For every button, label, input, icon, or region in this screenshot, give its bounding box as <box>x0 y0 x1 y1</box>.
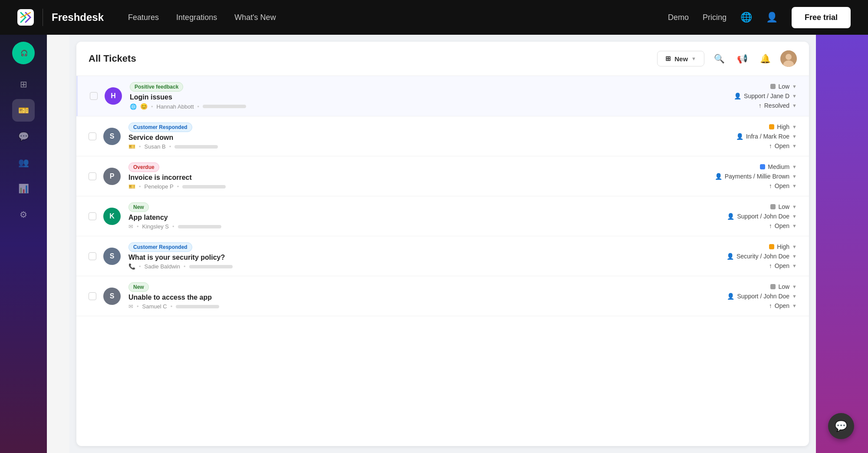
sidebar-grid-icon[interactable]: ⊞ <box>12 73 35 96</box>
ticket-checkbox-0[interactable] <box>90 92 98 100</box>
nav-pricing[interactable]: Pricing <box>703 13 727 22</box>
ticket-priority-2[interactable]: Medium ▼ <box>760 163 797 170</box>
nav-features[interactable]: Features <box>128 13 159 22</box>
search-icon[interactable]: 🔍 <box>711 51 727 66</box>
status-label-4: Open <box>775 262 789 269</box>
ticket-meta-name-3: Kingsley S <box>142 223 169 230</box>
ticket-priority-4[interactable]: High ▼ <box>769 243 797 250</box>
globe-icon[interactable]: 🌐 <box>740 12 752 23</box>
assignee-chevron-4: ▼ <box>792 254 797 259</box>
nav-demo[interactable]: Demo <box>668 13 689 22</box>
ticket-assignee-3[interactable]: 👤 Support / John Doe ▼ <box>727 213 797 220</box>
ticket-meta-4: 📞 • Sadie Baldwin • <box>128 263 684 270</box>
assignee-chevron-5: ▼ <box>792 294 797 299</box>
table-row[interactable]: S Customer Responded Service down 🎫 • Su… <box>76 116 809 156</box>
ticket-title-4[interactable]: What is your security policy? <box>128 254 684 261</box>
new-ticket-label: New <box>674 55 688 63</box>
free-trial-button[interactable]: Free trial <box>792 7 851 28</box>
ticket-tag-row-2: Overdue <box>128 162 684 172</box>
assignee-label-1: Infra / Mark Roe <box>746 133 789 140</box>
ticket-meta-2: 🎫 • Penelope P • <box>128 183 684 190</box>
ticket-title-1[interactable]: Service down <box>128 134 684 142</box>
user-avatar[interactable] <box>780 50 797 67</box>
table-row[interactable]: S New Unable to access the app ✉ • Samue… <box>76 276 809 316</box>
ticket-status-1[interactable]: ↑ Open ▼ <box>769 142 797 149</box>
ticket-right-4: High ▼ 👤 Security / John Doe ▼ ↑ Open ▼ <box>684 243 797 269</box>
ticket-checkbox-4[interactable] <box>89 252 96 260</box>
status-chevron-2: ▼ <box>792 183 797 188</box>
ticket-title-0[interactable]: Login issues <box>130 93 684 101</box>
ticket-main-3: New App latency ✉ • Kingsley S • <box>128 202 684 230</box>
ticket-meta-bar-0 <box>203 105 246 108</box>
content-area: All Tickets ⊞ New ▼ 🔍 📢 🔔 <box>69 35 816 453</box>
status-icon-3: ↑ <box>769 222 772 229</box>
priority-chevron-5: ▼ <box>792 284 797 289</box>
tickets-header: All Tickets ⊞ New ▼ 🔍 📢 🔔 <box>76 42 809 76</box>
ticket-checkbox-2[interactable] <box>89 172 96 180</box>
ticket-assignee-1[interactable]: 👤 Infra / Mark Roe ▼ <box>736 133 797 140</box>
assignee-chevron-3: ▼ <box>792 214 797 219</box>
ticket-meta-1: 🎫 • Susan B • <box>128 143 684 150</box>
svg-point-4 <box>786 54 792 60</box>
new-ticket-button[interactable]: ⊞ New ▼ <box>657 51 704 66</box>
ticket-meta-name-5: Samuel C <box>142 303 167 310</box>
ticket-checkbox-5[interactable] <box>89 292 96 300</box>
ticket-checkbox-1[interactable] <box>89 132 96 140</box>
ticket-assignee-5[interactable]: 👤 Support / John Doe ▼ <box>727 293 797 300</box>
sidebar-settings-icon[interactable]: ⚙ <box>12 203 35 226</box>
tickets-title: All Tickets <box>89 53 136 64</box>
ticket-checkbox-3[interactable] <box>89 212 96 220</box>
ticket-priority-3[interactable]: Low ▼ <box>770 203 797 210</box>
ticket-title-3[interactable]: App latency <box>128 214 684 222</box>
app-avatar[interactable]: 🎧 <box>12 42 35 64</box>
ticket-meta-bar-3 <box>178 225 221 228</box>
ticket-meta-icon-5: ✉ <box>128 303 133 310</box>
ticket-priority-1[interactable]: High ▼ <box>769 123 797 130</box>
ticket-meta-0: 🌐 😊 • Hannah Abbott • <box>130 103 684 110</box>
ticket-priority-5[interactable]: Low ▼ <box>770 283 797 290</box>
sidebar-chat-icon[interactable]: 💬 <box>12 125 35 148</box>
brand-logo[interactable]: Freshdesk <box>17 9 104 26</box>
ticket-main-1: Customer Responded Service down 🎫 • Susa… <box>128 122 684 150</box>
status-icon-0: ↑ <box>759 102 762 109</box>
ticket-title-5[interactable]: Unable to access the app <box>128 294 684 301</box>
ticket-meta-name-4: Sadie Baldwin <box>145 263 180 270</box>
ticket-main-5: New Unable to access the app ✉ • Samuel … <box>128 282 684 310</box>
table-row[interactable]: K New App latency ✉ • Kingsley S • Low ▼ <box>76 196 809 236</box>
nav-integrations[interactable]: Integrations <box>176 13 217 22</box>
sidebar-chart-icon[interactable]: 📊 <box>12 177 35 200</box>
assignee-label-4: Security / John Doe <box>736 253 789 260</box>
megaphone-icon[interactable]: 📢 <box>734 51 750 66</box>
table-row[interactable]: S Customer Responded What is your securi… <box>76 236 809 276</box>
ticket-status-3[interactable]: ↑ Open ▼ <box>769 222 797 229</box>
ticket-right-5: Low ▼ 👤 Support / John Doe ▼ ↑ Open ▼ <box>684 283 797 309</box>
sidebar-ticket-icon[interactable]: 🎫 <box>12 99 35 122</box>
ticket-status-0[interactable]: ↑ Resolved ▼ <box>759 102 797 109</box>
ticket-avatar-3: K <box>103 208 121 225</box>
table-row[interactable]: P Overdue Invoice is incorrect 🎫 • Penel… <box>76 156 809 196</box>
ticket-right-3: Low ▼ 👤 Support / John Doe ▼ ↑ Open ▼ <box>684 203 797 229</box>
priority-dot-3 <box>770 204 776 209</box>
tickets-panel: All Tickets ⊞ New ▼ 🔍 📢 🔔 <box>76 42 809 446</box>
ticket-assignee-4[interactable]: 👤 Security / John Doe ▼ <box>727 253 797 260</box>
chat-bubble-button[interactable]: 💬 <box>828 413 854 439</box>
sidebar-users-icon[interactable]: 👥 <box>12 151 35 174</box>
ticket-meta-bar-5 <box>176 305 219 308</box>
ticket-title-2[interactable]: Invoice is incorrect <box>128 174 684 182</box>
ticket-status-2[interactable]: ↑ Open ▼ <box>769 182 797 189</box>
status-icon-5: ↑ <box>769 302 772 309</box>
nav-whats-new[interactable]: What's New <box>234 13 276 22</box>
ticket-status-4[interactable]: ↑ Open ▼ <box>769 262 797 269</box>
user-icon[interactable]: 👤 <box>766 12 778 23</box>
ticket-assignee-2[interactable]: 👤 Payments / Millie Brown ▼ <box>715 173 797 180</box>
ticket-priority-0[interactable]: Low ▼ <box>770 83 797 90</box>
ticket-meta-name-0: Hannah Abbott <box>157 103 194 110</box>
ticket-assignee-0[interactable]: 👤 Support / Jane D ▼ <box>734 93 797 99</box>
bell-icon[interactable]: 🔔 <box>757 51 773 66</box>
table-row[interactable]: H Positive feedback Login issues 🌐 😊 • H… <box>76 76 809 116</box>
ticket-meta-icon-4: 📞 <box>128 263 135 270</box>
freshworks-logo-icon <box>17 9 34 26</box>
priority-label-3: Low <box>778 203 789 210</box>
status-label-1: Open <box>775 142 789 149</box>
ticket-status-5[interactable]: ↑ Open ▼ <box>769 302 797 309</box>
